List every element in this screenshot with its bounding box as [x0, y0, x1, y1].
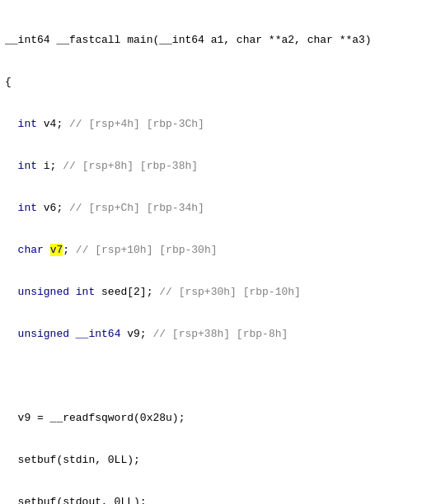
line-10: v9 = __readfsqword(0x28u);: [5, 411, 431, 425]
line-6: char v7; // [rsp+10h] [rbp-30h]: [5, 243, 431, 257]
line-5: int v6; // [rsp+Ch] [rbp-34h]: [5, 201, 431, 215]
line-1: __int64 __fastcall main(__int64 a1, char…: [5, 33, 431, 47]
line-11: setbuf(stdin, 0LL);: [5, 453, 431, 467]
line-8: unsigned __int64 v9; // [rsp+38h] [rbp-8…: [5, 327, 431, 341]
code-block: __int64 __fastcall main(__int64 a1, char…: [0, 3, 436, 504]
line-2: {: [5, 75, 431, 89]
line-3: int v4; // [rsp+4h] [rbp-3Ch]: [5, 117, 431, 131]
line-12: setbuf(stdout, 0LL);: [5, 495, 431, 504]
code-container: __int64 __fastcall main(__int64 a1, char…: [0, 0, 436, 504]
line-9: [5, 369, 431, 383]
line-4: int i; // [rsp+8h] [rbp-38h]: [5, 159, 431, 173]
line-7: unsigned int seed[2]; // [rsp+30h] [rbp-…: [5, 285, 431, 299]
